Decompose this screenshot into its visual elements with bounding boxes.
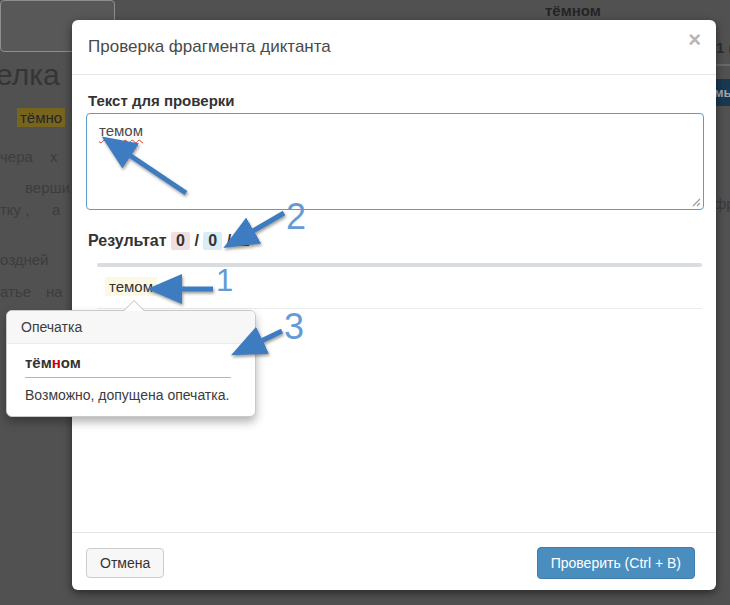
background-divider	[716, 64, 730, 66]
text-to-check-label: Текст для проверки	[88, 92, 235, 109]
background-text-fragment: верши	[25, 179, 70, 196]
suggested-correction[interactable]: тёмном	[25, 354, 239, 371]
dialog-header: Проверка фрагмента диктанта ×	[72, 20, 716, 75]
suggestion-prefix: тём	[25, 354, 52, 371]
close-icon[interactable]: ×	[688, 29, 701, 51]
popover-title: Опечатка	[7, 311, 255, 344]
background-selected-word: тёмном	[545, 2, 601, 19]
result-count-errors: 0	[171, 232, 190, 250]
annotation-arrow-2-icon	[220, 205, 295, 255]
annotation-number-1: 1	[216, 265, 233, 296]
result-label: Результат	[88, 232, 167, 249]
resize-handle-icon[interactable]	[692, 198, 701, 207]
popover-divider	[25, 377, 231, 378]
background-text-fragment: а	[52, 201, 60, 218]
background-text-fragment: х	[50, 148, 58, 165]
typo-explanation: Возможно, допущена опечатка.	[25, 387, 239, 403]
background-right-fragment: 1 (	[716, 39, 730, 56]
check-fragment-dialog: Проверка фрагмента диктанта × Текст для …	[72, 20, 716, 590]
background-highlighted-word: тёмно	[17, 108, 65, 127]
background-right-fragment: фр	[714, 195, 730, 212]
screen: ограммы елка тёмном тёмно чера х верши т…	[0, 0, 730, 605]
popover-body: тёмном Возможно, допущена опечатка.	[7, 344, 255, 416]
background-page-heading: елка	[0, 58, 60, 92]
dialog-footer: Отмена Проверить (Ctrl + B)	[72, 532, 716, 590]
annotation-number-3: 3	[284, 309, 304, 345]
annotation-number-2: 2	[286, 199, 306, 235]
check-submit-button[interactable]: Проверить (Ctrl + B)	[537, 547, 695, 579]
cancel-button[interactable]: Отмена	[86, 548, 164, 578]
background-text-fragment: атье	[0, 283, 31, 300]
dialog-title: Проверка фрагмента диктанта	[88, 37, 331, 56]
annotation-arrow-1-icon	[145, 278, 225, 300]
popover-caret-icon	[124, 301, 144, 311]
slash-separator: /	[194, 232, 198, 249]
corrected-letter: н	[52, 354, 61, 371]
background-text-fragment: тку ,	[0, 201, 29, 218]
annotation-arrow-textarea-icon	[95, 125, 205, 205]
background-text-fragment: оздней	[0, 251, 48, 268]
background-text-fragment: на	[46, 283, 63, 300]
typo-popover: Опечатка тёмном Возможно, допущена опеча…	[6, 310, 256, 417]
background-text-fragment: чера	[0, 148, 33, 165]
suggestion-suffix: ом	[61, 354, 81, 371]
